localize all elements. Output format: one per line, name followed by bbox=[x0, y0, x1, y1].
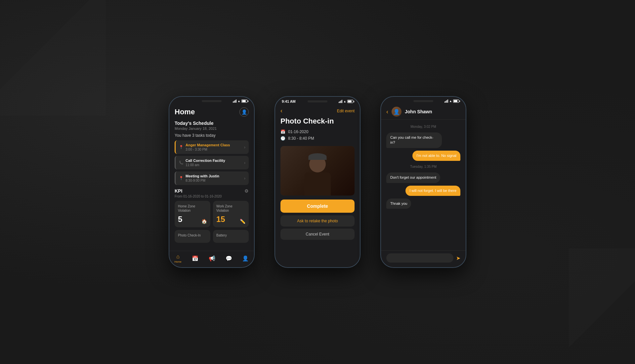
chevron-icon-2: › bbox=[244, 161, 245, 165]
home-nav-icon: ⌂ bbox=[176, 254, 180, 260]
kpi-card-title-2: Work Zone Violation bbox=[216, 204, 245, 213]
send-button[interactable]: ➤ bbox=[456, 255, 460, 261]
home-header: Home 👤 bbox=[175, 107, 249, 117]
back-button[interactable]: ‹ bbox=[280, 107, 282, 114]
message-sent-2: I will not forget. I will be there bbox=[405, 186, 460, 196]
nav-alert[interactable]: 📢 bbox=[209, 255, 215, 262]
battery-icon-p3 bbox=[453, 99, 459, 103]
battery-icon bbox=[241, 99, 247, 103]
message-received-1: Can you call me for check-in? bbox=[386, 132, 442, 148]
phone-icon-2: 📞 bbox=[179, 161, 184, 165]
wifi-icon: ▲ bbox=[237, 99, 240, 103]
checkin-time: 8:30 - 8:40 PM bbox=[288, 136, 314, 141]
message-received-3: Thnak you bbox=[386, 199, 411, 209]
status-icons-phone2: ▲ bbox=[339, 100, 353, 103]
schedule-section: Today's Schedule Monday January 18, 2021… bbox=[175, 121, 249, 185]
kpi-card-photo: Photo Check-In bbox=[175, 230, 210, 243]
home-kpi-icon: 🏠 bbox=[201, 219, 207, 224]
person-head bbox=[309, 156, 326, 172]
chat-input-area: ➤ bbox=[381, 250, 466, 267]
checkin-date-row: 📅 01-16-2020 bbox=[280, 129, 355, 134]
signal-icon-p2 bbox=[339, 100, 342, 103]
status-bar-phone3: ▲ bbox=[381, 97, 466, 104]
task-name-1: Anger Management Class bbox=[186, 143, 244, 147]
status-icons-phone1: ▲ bbox=[233, 99, 247, 103]
message-sent-1: I'm not able to. No signal bbox=[412, 151, 460, 161]
status-bar-phone1: ▲ bbox=[169, 97, 254, 104]
nav-profile[interactable]: 👤 bbox=[242, 255, 249, 262]
cancel-event-button[interactable]: Cancel Event bbox=[280, 229, 355, 240]
location-icon-3: 📍 bbox=[179, 176, 184, 180]
kpi-card-title-3: Photo Check-In bbox=[178, 233, 207, 237]
person-cap bbox=[309, 153, 327, 160]
profile-icon[interactable]: 👤 bbox=[239, 107, 249, 117]
chat-header: ‹ 👤 John Shawn bbox=[381, 104, 466, 120]
chat-contact-name: John Shawn bbox=[405, 109, 432, 114]
notch-phone3 bbox=[413, 100, 433, 102]
status-icons-phone3: ▲ bbox=[444, 99, 459, 103]
schedule-title: Today's Schedule bbox=[175, 121, 249, 126]
kpi-card-home-zone: Home Zone Violation 5 🏠 bbox=[175, 201, 210, 227]
wifi-icon-p2: ▲ bbox=[343, 100, 346, 103]
home-nav-label: Home bbox=[174, 260, 181, 263]
work-kpi-icon: ✏️ bbox=[240, 219, 245, 224]
chat-input[interactable] bbox=[386, 253, 453, 263]
wifi-icon-p3: ▲ bbox=[449, 99, 452, 103]
chevron-icon-1: › bbox=[244, 145, 245, 150]
checkin-title: Photo Check-in bbox=[275, 117, 360, 129]
retake-button[interactable]: Ask to retake the photo bbox=[280, 215, 355, 227]
calendar-icon: 📅 bbox=[280, 129, 285, 134]
signal-icon bbox=[233, 99, 236, 103]
complete-button[interactable]: Complete bbox=[280, 200, 355, 213]
kpi-section: KPI ⚙ From 01-16-2020 to 01-16-2020 Home… bbox=[175, 188, 249, 243]
checkin-date: 01-16-2020 bbox=[288, 129, 308, 134]
kpi-card-value-1: 5 bbox=[178, 215, 182, 224]
home-title: Home bbox=[175, 108, 195, 116]
task-item-anger[interactable]: 📍 Anger Management Class 3:00 - 3:30 PM … bbox=[175, 140, 249, 154]
nav-home[interactable]: ⌂ Home bbox=[174, 254, 181, 263]
time-phone2: 9:41 AM bbox=[282, 99, 296, 103]
kpi-grid: Home Zone Violation 5 🏠 Work Zone Violat… bbox=[175, 201, 249, 243]
task-item-meeting[interactable]: 📍 Meeting with Justin 8:30-9:00 PM › bbox=[175, 171, 249, 185]
photo-container bbox=[280, 146, 355, 196]
kpi-date-range: From 01-16-2020 to 01-16-2020 bbox=[175, 195, 249, 198]
calendar-nav-icon: 📅 bbox=[192, 255, 198, 262]
message-received-2: Don't forget our appointment bbox=[386, 172, 440, 183]
nav-messages[interactable]: 💬 bbox=[226, 255, 232, 262]
task-time-3: 8:30-9:00 PM bbox=[186, 179, 244, 182]
bottom-nav: ⌂ Home 📅 📢 💬 👤 bbox=[169, 251, 254, 267]
messages-nav-icon: 💬 bbox=[226, 255, 232, 262]
task-item-call[interactable]: 📞 Call Correction Facility 11:00 am › bbox=[175, 156, 249, 169]
task-time-1: 3:00 - 3:30 PM bbox=[186, 148, 244, 151]
person-body bbox=[304, 172, 331, 196]
alert-nav-icon: 📢 bbox=[209, 255, 215, 262]
phone-checkin: 9:41 AM ▲ ‹ Edit event bbox=[275, 96, 360, 268]
gear-icon[interactable]: ⚙ bbox=[244, 188, 249, 194]
chat-date-2: Tuesday, 1:35 PM bbox=[386, 165, 460, 168]
checkin-info: 📅 01-16-2020 🕐 8:30 - 8:40 PM bbox=[275, 129, 360, 146]
chat-avatar: 👤 bbox=[392, 107, 402, 117]
chat-date-1: Monday, 3:02 PM bbox=[386, 125, 460, 128]
checkin-time-row: 🕐 8:30 - 8:40 PM bbox=[280, 136, 355, 141]
phones-container: ▲ Home 👤 Today's Schedule Monday January… bbox=[169, 96, 466, 268]
kpi-title: KPI bbox=[175, 188, 182, 194]
avatar-person-icon: 👤 bbox=[393, 109, 400, 115]
task-time-2: 11:00 am bbox=[186, 163, 244, 167]
chat-back-button[interactable]: ‹ bbox=[386, 108, 388, 115]
clock-icon: 🕐 bbox=[280, 136, 285, 141]
kpi-card-value-2: 15 bbox=[216, 215, 225, 224]
schedule-date: Monday January 18, 2021 bbox=[175, 127, 249, 130]
kpi-card-title-1: Home Zone Violation bbox=[178, 204, 207, 213]
chat-messages: Monday, 3:02 PM Can you call me for chec… bbox=[381, 120, 466, 250]
task-name-3: Meeting with Justin bbox=[186, 174, 244, 178]
edit-event-button[interactable]: Edit event bbox=[337, 109, 355, 113]
kpi-card-title-4: Battery bbox=[216, 233, 245, 237]
kpi-card-battery: Battery bbox=[213, 230, 249, 243]
notch-phone1 bbox=[202, 100, 222, 102]
phone-chat: ▲ ‹ 👤 John Shawn Monday, 3:02 bbox=[380, 96, 466, 268]
nav-calendar[interactable]: 📅 bbox=[192, 255, 198, 262]
photo-placeholder bbox=[280, 146, 355, 196]
kpi-card-work-zone: Work Zone Violation 15 ✏️ bbox=[213, 201, 249, 227]
location-icon-1: 📍 bbox=[179, 145, 184, 149]
phone-home: ▲ Home 👤 Today's Schedule Monday January… bbox=[169, 96, 255, 268]
